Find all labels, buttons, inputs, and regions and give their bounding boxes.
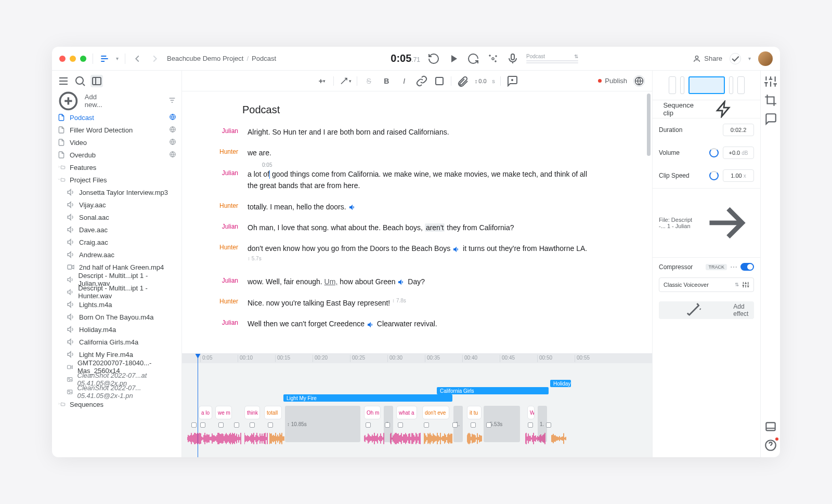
speed-input[interactable]: 1.00x <box>723 169 754 182</box>
page-title[interactable]: Podcast <box>242 104 590 116</box>
redo-button[interactable] <box>467 52 479 65</box>
keyframe-handle[interactable] <box>234 422 239 428</box>
timeline-word[interactable]: it tu <box>467 406 482 419</box>
sidebar-item[interactable]: Video <box>52 136 181 149</box>
sidebar-item[interactable]: Sequences <box>52 398 181 410</box>
transcript-text[interactable]: Well then we can't forget Creedence Clea… <box>248 318 437 329</box>
keyframe-handle[interactable] <box>366 422 371 428</box>
nav-forward-button[interactable] <box>149 53 161 64</box>
keyframe-handle[interactable] <box>424 422 429 428</box>
microphone-button[interactable] <box>506 52 519 65</box>
keyframe-handle[interactable] <box>528 422 533 428</box>
comment-icon[interactable] <box>764 112 777 126</box>
maximize-window-button[interactable] <box>80 56 86 62</box>
transcript-text[interactable]: Alright. So Hun ter and I are both born … <box>248 126 449 138</box>
insert-button[interactable]: +▾ <box>316 75 328 87</box>
transcript-text[interactable]: we are. <box>248 147 271 158</box>
bolt-icon[interactable] <box>694 100 754 118</box>
speed-knob[interactable] <box>709 171 719 180</box>
link-button[interactable] <box>415 75 428 87</box>
undo-button[interactable] <box>427 52 440 65</box>
speaker-label[interactable]: Julian <box>213 168 238 177</box>
share-button[interactable]: Share <box>693 55 722 63</box>
timeline-word[interactable]: don't eve <box>422 406 449 419</box>
speaker-label[interactable]: Julian <box>213 276 238 284</box>
timeline-word[interactable]: totall <box>264 406 282 419</box>
timeline-word[interactable]: Oh m <box>364 406 381 419</box>
more-icon[interactable]: ⋯ <box>730 263 737 271</box>
preset-select[interactable]: Classic Voiceover ⇅ <box>659 277 754 292</box>
transcript-line[interactable]: HunterNice. now you're talking East Bay … <box>213 297 590 309</box>
layout-icon[interactable] <box>764 420 777 433</box>
highlight-button[interactable] <box>433 75 446 87</box>
strikethrough-button[interactable]: S <box>362 75 375 87</box>
transcript-text[interactable]: totally. I mean, hello the doors. <box>248 201 357 213</box>
speaker-label[interactable]: Julian <box>213 318 238 326</box>
duration-input[interactable]: 0:02.2 <box>723 124 754 136</box>
caret-down-icon[interactable]: ▾ <box>116 56 119 61</box>
transcript-line[interactable]: Julian wow. Well, fair enough. Um, how a… <box>213 276 590 287</box>
sidebar-item[interactable]: CleanShot 2022-07... 05.41.05@2x-1.pn <box>52 386 181 398</box>
sidebar-list[interactable]: PodcastFiller Word DetectionVideoOverdub… <box>52 110 181 457</box>
keyframe-handle[interactable] <box>191 422 197 428</box>
sidebar-item[interactable]: Descript - Multit...ipt 1 - Hunter.wav <box>52 286 181 298</box>
sidebar-item[interactable]: Sonal.aac <box>52 211 181 223</box>
nav-back-button[interactable] <box>132 53 143 64</box>
sliders-icon[interactable] <box>764 75 777 88</box>
timeline-word[interactable]: a lo <box>199 406 212 419</box>
sidebar-item[interactable]: Dave.aac <box>52 223 181 236</box>
add-new-button[interactable]: Add new... <box>57 90 102 112</box>
timeline-word[interactable]: think <box>244 406 260 419</box>
keyframe-handle[interactable] <box>385 422 390 428</box>
composition-dropdown[interactable]: Podcast ⇅ <box>526 54 578 63</box>
crop-icon[interactable] <box>764 94 777 107</box>
speaker-label[interactable]: Julian <box>213 126 238 135</box>
timeline-word[interactable]: W <box>527 406 535 419</box>
sparkle-icon[interactable] <box>487 52 499 65</box>
transcript-line[interactable]: Hunterdon't even know how you go from th… <box>213 243 590 266</box>
sidebar-item[interactable]: Vijay.aac <box>52 198 181 211</box>
app-logo[interactable] <box>99 54 110 64</box>
scrollbar-thumb[interactable] <box>647 94 651 156</box>
transcript-line[interactable]: Huntertotally. I mean, hello the doors. <box>213 201 590 213</box>
sidebar-item[interactable]: Born On The Bayou.m4a <box>52 311 181 323</box>
sidebar-item[interactable]: Podcast <box>52 111 181 124</box>
sidebar-item[interactable]: Project Files <box>52 174 181 186</box>
bold-button[interactable]: B <box>380 75 393 87</box>
file-row[interactable]: File: Descript -... 1 - Julian <box>653 190 760 256</box>
speaker-label[interactable]: Hunter <box>213 147 238 155</box>
timeline-word[interactable]: what a <box>396 406 417 419</box>
transcript-line[interactable]: Julian Oh man, I love that song. what ab… <box>213 222 590 233</box>
speaker-label[interactable]: Julian <box>213 222 238 230</box>
transcript-line[interactable]: JulianAlright. So Hun ter and I are both… <box>213 126 590 138</box>
attachment-button[interactable] <box>457 75 469 87</box>
speaker-label[interactable]: Hunter <box>213 243 238 251</box>
transcript-text[interactable]: Nice. now you're talking East Bay repres… <box>248 297 406 309</box>
document[interactable]: Podcast JulianAlright. So Hun ter and I … <box>182 91 652 352</box>
publish-button[interactable]: Publish <box>598 77 627 85</box>
transcript-line[interactable]: Julian Well then we can't forget Creeden… <box>213 318 590 329</box>
document-scroll[interactable]: Podcast JulianAlright. So Hun ter and I … <box>182 91 652 353</box>
transcript-text[interactable]: Oh man, I love that song. what about the… <box>248 222 514 233</box>
transcript-text[interactable]: a lot of0:05 good things come from Calif… <box>248 168 590 192</box>
timeline[interactable]: 0:0500:1000:1500:2000:2500:3000:3500:400… <box>182 353 652 457</box>
sidebar-item[interactable]: Overdub <box>52 149 181 161</box>
globe-icon[interactable] <box>633 75 645 87</box>
search-icon[interactable] <box>74 75 86 87</box>
timeline-clip[interactable]: Light My Fire <box>283 394 452 402</box>
keyframe-handle[interactable] <box>268 422 273 428</box>
preview-segment[interactable] <box>737 76 745 94</box>
transcript-text[interactable]: don't even know how you go from the Door… <box>248 243 590 266</box>
sidebar-item[interactable]: Andrew.aac <box>52 248 181 261</box>
minimize-window-button[interactable] <box>70 56 76 62</box>
preview-segment-selected[interactable] <box>688 76 725 94</box>
sidebar-item[interactable]: California Girls.m4a <box>52 336 181 348</box>
volume-knob[interactable] <box>709 148 719 157</box>
transcript-text[interactable]: wow. Well, fair enough. Um, how about Gr… <box>248 276 425 287</box>
gap-clip-button[interactable]: ↕0.0 <box>474 75 487 87</box>
italic-button[interactable]: I <box>398 75 410 87</box>
compressor-toggle[interactable] <box>740 263 754 271</box>
timeline-word[interactable]: we m <box>215 406 232 419</box>
sidebar-item[interactable]: Jonsetta Taylor Interview.mp3 <box>52 186 181 198</box>
filter-icon[interactable] <box>168 96 176 106</box>
